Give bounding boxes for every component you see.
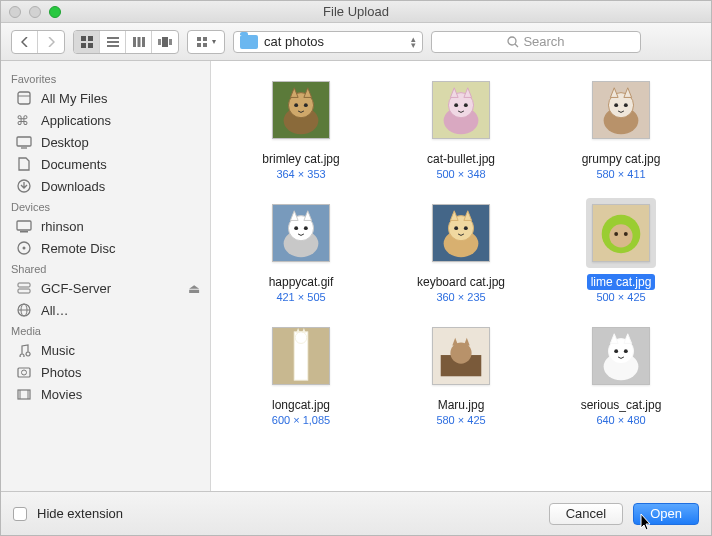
hide-extension-checkbox[interactable] — [13, 507, 27, 521]
svg-rect-2 — [81, 43, 86, 48]
sidebar-item-movies[interactable]: Movies — [1, 383, 210, 405]
file-item[interactable]: serious_cat.jpg640 × 480 — [545, 321, 697, 426]
grid-icon — [81, 36, 93, 48]
svg-rect-26 — [20, 231, 28, 233]
file-dimensions: 600 × 1,085 — [272, 414, 330, 426]
file-item[interactable]: lime cat.jpg500 × 425 — [545, 198, 697, 303]
file-item[interactable]: brimley cat.jpg364 × 353 — [225, 75, 377, 180]
svg-point-76 — [609, 224, 632, 247]
chevron-left-icon — [21, 37, 29, 47]
sidebar-item-label: All My Files — [41, 91, 107, 106]
file-thumbnail — [272, 204, 330, 262]
file-thumbnail — [592, 81, 650, 139]
search-icon — [507, 36, 519, 48]
file-item[interactable]: happycat.gif421 × 505 — [225, 198, 377, 303]
sidebar: FavoritesAll My Files⌘ApplicationsDeskto… — [1, 61, 211, 491]
documents-icon — [15, 156, 33, 172]
file-dimensions: 500 × 425 — [596, 291, 645, 303]
icon-view-button[interactable] — [74, 31, 100, 53]
chevron-down-icon: ▾ — [212, 37, 216, 46]
svg-rect-8 — [137, 37, 140, 47]
sidebar-item-photos[interactable]: Photos — [1, 361, 210, 383]
search-field[interactable]: Search — [431, 31, 641, 53]
svg-rect-22 — [17, 137, 31, 146]
globe-icon — [15, 302, 33, 318]
sidebar-item-label: Movies — [41, 387, 82, 402]
svg-rect-25 — [17, 221, 31, 230]
file-thumbnail-wrap — [426, 75, 496, 145]
sidebar-item-desktop[interactable]: Desktop — [1, 131, 210, 153]
music-icon — [15, 342, 33, 358]
sidebar-item-downloads[interactable]: Downloads — [1, 175, 210, 197]
disc-icon — [15, 240, 33, 256]
file-dimensions: 580 × 425 — [436, 414, 485, 426]
sidebar-item-computer[interactable]: rhinson — [1, 215, 210, 237]
file-item[interactable]: grumpy cat.jpg580 × 411 — [545, 75, 697, 180]
path-dropdown[interactable]: cat photos ▴▾ — [233, 31, 423, 53]
svg-point-51 — [454, 103, 458, 107]
svg-point-78 — [624, 232, 628, 236]
svg-point-45 — [304, 103, 308, 107]
sidebar-item-applications[interactable]: ⌘Applications — [1, 109, 210, 131]
file-upload-window: File Upload — [0, 0, 712, 536]
file-dimensions: 360 × 235 — [436, 291, 485, 303]
arrange-menu[interactable]: ▾ — [187, 30, 225, 54]
applications-icon: ⌘ — [15, 112, 33, 128]
sidebar-item-disc[interactable]: Remote Disc — [1, 237, 210, 259]
file-name: lime cat.jpg — [587, 274, 656, 290]
open-button[interactable]: Open — [633, 503, 699, 525]
coverflow-view-button[interactable] — [152, 31, 178, 53]
svg-rect-30 — [18, 289, 30, 293]
svg-text:⌘: ⌘ — [16, 113, 29, 127]
file-item[interactable]: longcat.jpg600 × 1,085 — [225, 321, 377, 426]
file-thumbnail-wrap — [266, 321, 336, 391]
forward-button[interactable] — [38, 31, 64, 53]
svg-rect-11 — [162, 37, 168, 47]
cancel-button[interactable]: Cancel — [549, 503, 623, 525]
file-item[interactable]: keyboard cat.jpg360 × 235 — [385, 198, 537, 303]
sidebar-item-label: Music — [41, 343, 75, 358]
file-name: Maru.jpg — [434, 397, 489, 413]
back-button[interactable] — [12, 31, 38, 53]
hide-extension-label: Hide extension — [37, 506, 123, 521]
file-name: happycat.gif — [265, 274, 338, 290]
nav-back-forward — [11, 30, 65, 54]
arrange-icon — [197, 37, 209, 47]
photos-icon — [15, 364, 33, 380]
sidebar-item-all-files[interactable]: All My Files — [1, 87, 210, 109]
footer: Hide extension Cancel Open — [1, 491, 711, 535]
svg-rect-1 — [88, 36, 93, 41]
window-title: File Upload — [1, 4, 711, 19]
downloads-icon — [15, 178, 33, 194]
desktop-icon — [15, 134, 33, 150]
file-thumbnail — [432, 327, 490, 385]
movies-icon — [15, 386, 33, 402]
svg-point-28 — [23, 247, 26, 250]
toolbar: ▾ cat photos ▴▾ Search — [1, 23, 711, 61]
eject-icon[interactable]: ⏏ — [188, 281, 200, 296]
svg-rect-5 — [107, 41, 119, 43]
svg-point-52 — [464, 103, 468, 107]
sidebar-item-server[interactable]: GCF-Server⏏ — [1, 277, 210, 299]
svg-point-65 — [294, 226, 298, 230]
svg-rect-10 — [158, 39, 161, 45]
svg-rect-6 — [107, 45, 119, 47]
sidebar-item-music[interactable]: Music — [1, 339, 210, 361]
column-view-button[interactable] — [126, 31, 152, 53]
svg-point-94 — [614, 349, 618, 353]
file-thumbnail-wrap — [426, 198, 496, 268]
list-view-button[interactable] — [100, 31, 126, 53]
file-thumbnail — [432, 81, 490, 139]
svg-rect-13 — [197, 37, 201, 41]
file-dimensions: 640 × 480 — [596, 414, 645, 426]
file-grid[interactable]: brimley cat.jpg364 × 353cat-bullet.jpg50… — [211, 61, 711, 491]
svg-rect-12 — [169, 39, 172, 45]
file-item[interactable]: Maru.jpg580 × 425 — [385, 321, 537, 426]
sidebar-item-label: rhinson — [41, 219, 84, 234]
svg-point-17 — [508, 37, 516, 45]
file-item[interactable]: cat-bullet.jpg500 × 348 — [385, 75, 537, 180]
sidebar-item-documents[interactable]: Documents — [1, 153, 210, 175]
svg-rect-14 — [203, 37, 207, 41]
sidebar-item-globe[interactable]: All… — [1, 299, 210, 321]
svg-point-81 — [295, 332, 307, 344]
